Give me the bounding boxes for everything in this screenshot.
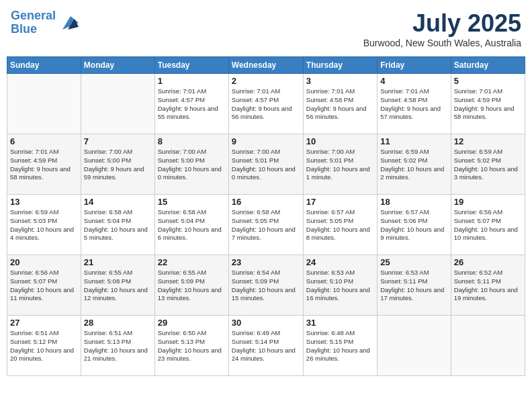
day-info: Sunrise: 7:01 AM Sunset: 4:57 PM Dayligh… [158, 87, 226, 122]
day-number: 7 [84, 136, 152, 146]
month-year: July 2025 [363, 9, 521, 38]
day-info: Sunrise: 6:55 AM Sunset: 5:09 PM Dayligh… [158, 269, 226, 303]
day-info: Sunrise: 6:58 AM Sunset: 5:04 PM Dayligh… [84, 208, 152, 242]
day-number: 30 [232, 318, 300, 328]
day-number: 31 [306, 318, 374, 328]
col-header-thursday: Thursday [303, 57, 377, 74]
day-info: Sunrise: 6:59 AM Sunset: 5:02 PM Dayligh… [454, 148, 522, 182]
day-info: Sunrise: 7:00 AM Sunset: 5:00 PM Dayligh… [84, 148, 152, 182]
logo: General Blue [11, 9, 79, 36]
header: General Blue July 2025 Burwood, New Sout… [7, 7, 525, 51]
day-number: 4 [380, 76, 447, 86]
logo-icon [57, 13, 79, 32]
day-number: 29 [158, 318, 226, 328]
day-number: 22 [158, 257, 226, 267]
logo-line2: Blue [11, 22, 37, 36]
day-number: 18 [380, 197, 447, 207]
day-info: Sunrise: 7:01 AM Sunset: 4:58 PM Dayligh… [380, 87, 447, 122]
calendar-cell: 13Sunrise: 6:59 AM Sunset: 5:03 PM Dayli… [7, 195, 81, 255]
calendar-cell: 30Sunrise: 6:49 AM Sunset: 5:14 PM Dayli… [228, 316, 303, 376]
day-info: Sunrise: 6:56 AM Sunset: 5:07 PM Dayligh… [454, 208, 522, 242]
day-info: Sunrise: 6:58 AM Sunset: 5:04 PM Dayligh… [158, 208, 226, 242]
calendar-cell: 14Sunrise: 6:58 AM Sunset: 5:04 PM Dayli… [81, 195, 154, 255]
day-number: 10 [306, 136, 374, 146]
calendar-cell: 4Sunrise: 7:01 AM Sunset: 4:58 PM Daylig… [378, 74, 451, 134]
day-info: Sunrise: 6:59 AM Sunset: 5:02 PM Dayligh… [380, 148, 447, 182]
calendar-cell: 8Sunrise: 7:00 AM Sunset: 5:00 PM Daylig… [154, 134, 228, 195]
calendar-header-row: SundayMondayTuesdayWednesdayThursdayFrid… [7, 57, 525, 74]
day-number: 27 [10, 318, 78, 328]
day-number: 6 [10, 136, 78, 146]
day-number: 9 [232, 136, 300, 146]
calendar-cell: 22Sunrise: 6:55 AM Sunset: 5:09 PM Dayli… [154, 255, 228, 316]
col-header-sunday: Sunday [7, 57, 81, 74]
calendar-week-row: 20Sunrise: 6:56 AM Sunset: 5:07 PM Dayli… [7, 255, 525, 316]
calendar-cell: 10Sunrise: 7:00 AM Sunset: 5:01 PM Dayli… [303, 134, 377, 195]
calendar-cell: 18Sunrise: 6:57 AM Sunset: 5:06 PM Dayli… [378, 195, 451, 255]
calendar-cell: 15Sunrise: 6:58 AM Sunset: 5:04 PM Dayli… [154, 195, 228, 255]
day-number: 5 [454, 76, 522, 86]
calendar-week-row: 27Sunrise: 6:51 AM Sunset: 5:12 PM Dayli… [7, 316, 525, 376]
col-header-wednesday: Wednesday [228, 57, 303, 74]
calendar-cell: 26Sunrise: 6:52 AM Sunset: 5:11 PM Dayli… [451, 255, 525, 316]
day-info: Sunrise: 6:56 AM Sunset: 5:07 PM Dayligh… [10, 269, 78, 303]
calendar-cell: 12Sunrise: 6:59 AM Sunset: 5:02 PM Dayli… [451, 134, 525, 195]
day-number: 11 [380, 136, 447, 146]
day-number: 13 [10, 197, 78, 207]
day-info: Sunrise: 6:53 AM Sunset: 5:10 PM Dayligh… [306, 269, 374, 303]
calendar-cell: 21Sunrise: 6:55 AM Sunset: 5:08 PM Dayli… [81, 255, 154, 316]
day-number: 20 [10, 257, 78, 267]
day-info: Sunrise: 6:54 AM Sunset: 5:09 PM Dayligh… [232, 269, 300, 303]
calendar-cell: 2Sunrise: 7:01 AM Sunset: 4:57 PM Daylig… [228, 74, 303, 134]
day-info: Sunrise: 6:57 AM Sunset: 5:05 PM Dayligh… [306, 208, 374, 242]
day-number: 23 [232, 257, 300, 267]
calendar-cell: 25Sunrise: 6:53 AM Sunset: 5:11 PM Dayli… [378, 255, 451, 316]
day-info: Sunrise: 7:00 AM Sunset: 5:00 PM Dayligh… [158, 148, 226, 182]
day-info: Sunrise: 6:49 AM Sunset: 5:14 PM Dayligh… [232, 329, 300, 363]
day-number: 26 [454, 257, 522, 267]
calendar-cell: 28Sunrise: 6:51 AM Sunset: 5:13 PM Dayli… [81, 316, 154, 376]
calendar-cell: 16Sunrise: 6:58 AM Sunset: 5:05 PM Dayli… [228, 195, 303, 255]
day-info: Sunrise: 6:58 AM Sunset: 5:05 PM Dayligh… [232, 208, 300, 242]
calendar-cell: 17Sunrise: 6:57 AM Sunset: 5:05 PM Dayli… [303, 195, 377, 255]
calendar-cell: 1Sunrise: 7:01 AM Sunset: 4:57 PM Daylig… [154, 74, 228, 134]
calendar-cell [451, 316, 525, 376]
calendar-week-row: 6Sunrise: 7:01 AM Sunset: 4:59 PM Daylig… [7, 134, 525, 195]
calendar-cell: 20Sunrise: 6:56 AM Sunset: 5:07 PM Dayli… [7, 255, 81, 316]
calendar-week-row: 13Sunrise: 6:59 AM Sunset: 5:03 PM Dayli… [7, 195, 525, 255]
day-info: Sunrise: 6:51 AM Sunset: 5:12 PM Dayligh… [10, 329, 78, 363]
col-header-saturday: Saturday [451, 57, 525, 74]
calendar-cell: 5Sunrise: 7:01 AM Sunset: 4:59 PM Daylig… [451, 74, 525, 134]
location: Burwood, New South Wales, Australia [363, 38, 521, 48]
day-number: 3 [306, 76, 374, 86]
calendar-cell: 6Sunrise: 7:01 AM Sunset: 4:59 PM Daylig… [7, 134, 81, 195]
day-info: Sunrise: 6:50 AM Sunset: 5:13 PM Dayligh… [158, 329, 226, 363]
day-number: 28 [84, 318, 152, 328]
day-number: 15 [158, 197, 226, 207]
col-header-tuesday: Tuesday [154, 57, 228, 74]
day-number: 19 [454, 197, 522, 207]
calendar-table: SundayMondayTuesdayWednesdayThursdayFrid… [7, 56, 525, 376]
calendar-cell: 3Sunrise: 7:01 AM Sunset: 4:58 PM Daylig… [303, 74, 377, 134]
day-info: Sunrise: 6:59 AM Sunset: 5:03 PM Dayligh… [10, 208, 78, 242]
logo-text: General Blue [11, 9, 56, 36]
day-number: 14 [84, 197, 152, 207]
calendar-cell: 11Sunrise: 6:59 AM Sunset: 5:02 PM Dayli… [378, 134, 451, 195]
calendar-cell: 23Sunrise: 6:54 AM Sunset: 5:09 PM Dayli… [228, 255, 303, 316]
day-number: 17 [306, 197, 374, 207]
day-number: 2 [232, 76, 300, 86]
day-info: Sunrise: 7:01 AM Sunset: 4:58 PM Dayligh… [306, 87, 374, 122]
day-info: Sunrise: 7:01 AM Sunset: 4:57 PM Dayligh… [232, 87, 300, 122]
day-info: Sunrise: 7:00 AM Sunset: 5:01 PM Dayligh… [232, 148, 300, 182]
calendar-cell: 29Sunrise: 6:50 AM Sunset: 5:13 PM Dayli… [154, 316, 228, 376]
title-block: July 2025 Burwood, New South Wales, Aust… [363, 9, 521, 48]
calendar-cell [7, 74, 81, 134]
day-info: Sunrise: 7:01 AM Sunset: 4:59 PM Dayligh… [454, 87, 522, 122]
day-number: 24 [306, 257, 374, 267]
col-header-friday: Friday [378, 57, 451, 74]
calendar-cell: 24Sunrise: 6:53 AM Sunset: 5:10 PM Dayli… [303, 255, 377, 316]
calendar-cell: 31Sunrise: 6:48 AM Sunset: 5:15 PM Dayli… [303, 316, 377, 376]
day-info: Sunrise: 7:01 AM Sunset: 4:59 PM Dayligh… [10, 148, 78, 182]
day-info: Sunrise: 6:53 AM Sunset: 5:11 PM Dayligh… [380, 269, 447, 303]
day-number: 16 [232, 197, 300, 207]
